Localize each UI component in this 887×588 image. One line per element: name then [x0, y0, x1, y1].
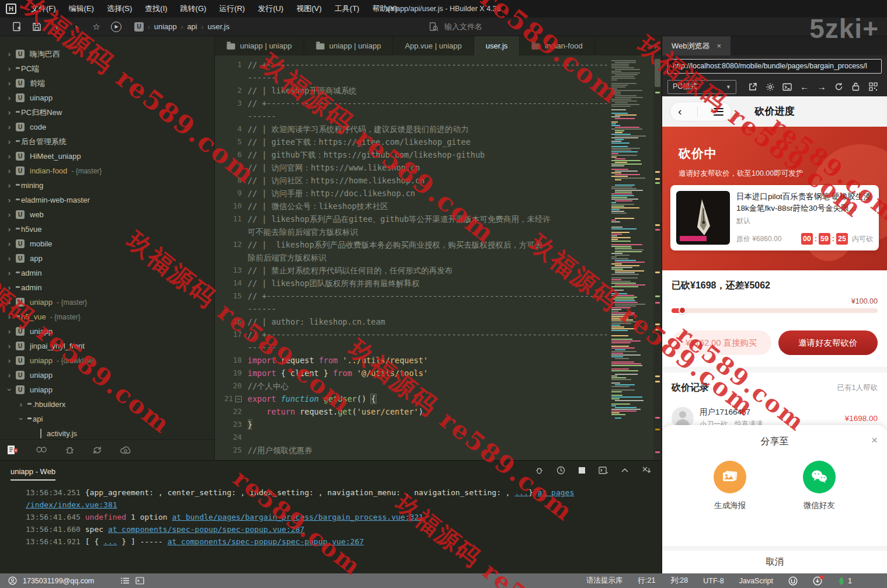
- project-manager-icon[interactable]: [7, 445, 18, 455]
- chevron-icon[interactable]: ›: [5, 327, 14, 336]
- chevron-icon[interactable]: ›: [5, 356, 14, 365]
- menu-item[interactable]: 视图(V): [290, 0, 328, 18]
- tree-item[interactable]: ›PC归档New: [0, 105, 214, 120]
- menu-item[interactable]: 发行(U): [251, 0, 290, 18]
- sync-icon[interactable]: [92, 446, 103, 455]
- close-tab-icon[interactable]: ×: [717, 41, 722, 50]
- tree-item[interactable]: ›.hbuilderx: [0, 397, 214, 412]
- cloud-icon[interactable]: [120, 446, 131, 454]
- console-link[interactable]: at pages: [538, 488, 575, 497]
- cursor-line[interactable]: 行:21: [638, 576, 655, 586]
- scrollbar-thumb[interactable]: [655, 59, 660, 87]
- chevron-icon[interactable]: ›: [5, 385, 14, 395]
- tree-item[interactable]: ›Uuniapp: [0, 324, 214, 339]
- language-mode[interactable]: JavaScript: [739, 577, 773, 585]
- console-link[interactable]: ...: [514, 488, 528, 497]
- tab-scroll-arrows[interactable]: ‹›: [645, 36, 662, 55]
- tree-item[interactable]: ›Uapp: [0, 251, 214, 266]
- qrcode-icon[interactable]: [865, 82, 882, 91]
- update-download-icon[interactable]: [813, 576, 822, 586]
- tree-item[interactable]: ›U嗨淘巴西: [0, 47, 214, 61]
- console-link[interactable]: ...: [103, 537, 117, 546]
- tree-item[interactable]: ›Uuinapp: [0, 91, 214, 105]
- chevron-icon[interactable]: ›: [5, 312, 14, 321]
- tree-item[interactable]: ›eladmin-web-master: [0, 193, 214, 207]
- star-icon[interactable]: ☆: [86, 19, 106, 34]
- console-icon[interactable]: [779, 83, 796, 91]
- chevron-icon[interactable]: ›: [16, 400, 26, 409]
- chevron-icon[interactable]: ›: [5, 166, 14, 175]
- chevron-icon[interactable]: ›: [5, 108, 14, 117]
- chevron-icon[interactable]: ›: [5, 283, 14, 292]
- tree-item[interactable]: ›admin: [0, 280, 214, 295]
- chevron-icon[interactable]: ›: [5, 64, 14, 73]
- chevron-icon[interactable]: ›: [5, 123, 14, 131]
- minimap[interactable]: [610, 55, 653, 460]
- browser-tab[interactable]: Web浏览器 ×: [662, 36, 731, 55]
- chevron-icon[interactable]: ›: [5, 50, 14, 58]
- breadcrumb-project[interactable]: uniapp: [154, 22, 177, 31]
- chevron-icon[interactable]: ›: [5, 79, 14, 88]
- tree-item[interactable]: ›Uuniapp- {master}: [0, 295, 214, 309]
- console-link[interactable]: at components/spec-popup/spec-popup.vue:…: [168, 537, 364, 546]
- tree-item[interactable]: ›api: [0, 412, 214, 426]
- outline-list-icon[interactable]: [121, 577, 130, 584]
- menu-item[interactable]: 查找(I): [138, 0, 173, 18]
- nav-forward-icon[interactable]: →: [813, 82, 830, 92]
- debug-icon[interactable]: [65, 445, 75, 455]
- refresh-icon[interactable]: [830, 82, 847, 91]
- new-file-icon[interactable]: [7, 19, 27, 34]
- chevron-icon[interactable]: ›: [5, 181, 14, 190]
- file-search[interactable]: 输入文件名: [429, 22, 482, 32]
- console-link[interactable]: at bundle/pages/bargain_process/bargain_…: [172, 513, 423, 521]
- menu-item[interactable]: 工具(T): [328, 0, 366, 18]
- tree-item[interactable]: ›Uuniapp: [0, 382, 214, 397]
- clear-console-icon[interactable]: [642, 466, 651, 476]
- invite-friends-button[interactable]: 邀请好友帮砍价: [778, 330, 878, 355]
- tree-item[interactable]: ›Ujinpai_yhyl_front: [0, 339, 214, 353]
- syntax-lib[interactable]: 语法提示库: [586, 576, 623, 586]
- chevron-icon[interactable]: ›: [5, 342, 14, 350]
- chevron-icon[interactable]: ›: [17, 415, 26, 424]
- chevron-icon[interactable]: ›: [5, 371, 14, 380]
- chevron-icon[interactable]: ›: [5, 152, 14, 161]
- chevron-icon[interactable]: ›: [5, 254, 14, 263]
- nav-back-icon[interactable]: ←: [796, 82, 813, 92]
- chevron-icon[interactable]: ›: [5, 239, 14, 248]
- tree-item[interactable]: ›U前端: [0, 76, 214, 91]
- buy-now-button[interactable]: ¥5162.00 直接购买: [672, 330, 771, 355]
- tree-item[interactable]: ›Umobile: [0, 236, 214, 251]
- new-terminal-icon[interactable]: [599, 466, 608, 477]
- menu-item[interactable]: 编辑(E): [62, 0, 100, 18]
- overview-ruler[interactable]: [653, 55, 662, 460]
- editor-tab[interactable]: uniapp | uniapp: [215, 36, 304, 55]
- breadcrumb-file[interactable]: user.js: [207, 22, 229, 31]
- stop-icon[interactable]: [578, 466, 586, 476]
- tree-item[interactable]: ›Ucode: [0, 120, 214, 134]
- tree-item[interactable]: ›Uuniapp: [0, 368, 214, 382]
- console-link[interactable]: /index/index.vue:381: [26, 500, 117, 509]
- menu-item[interactable]: 运行(R): [213, 0, 251, 18]
- debug-console-icon[interactable]: [535, 466, 544, 477]
- tree-item[interactable]: ›后台管理系统: [0, 134, 214, 149]
- timer-icon[interactable]: [556, 466, 565, 477]
- terminal-icon[interactable]: [135, 577, 144, 584]
- open-external-icon[interactable]: [745, 82, 761, 91]
- settings-gear-icon[interactable]: [761, 82, 778, 92]
- editor-tab[interactable]: indian-food: [520, 36, 594, 55]
- product-card[interactable]: 日本进口pilot百乐贵客钢笔 硬橡胶生漆18k金笔fkv-88sr莳绘30号金…: [670, 185, 879, 250]
- close-icon[interactable]: ×: [871, 434, 878, 446]
- uni-icon[interactable]: [788, 576, 798, 586]
- breadcrumb-folder[interactable]: api: [187, 22, 197, 31]
- back-icon[interactable]: ‹: [678, 105, 681, 118]
- chevron-icon[interactable]: ›: [5, 269, 14, 277]
- collapse-panel-icon[interactable]: [621, 466, 629, 476]
- tree-item[interactable]: ›mining: [0, 178, 214, 193]
- editor-tab[interactable]: App.vue | uniapp: [393, 36, 474, 55]
- editor-tab[interactable]: uniapp | uniapp: [304, 36, 394, 55]
- menu-item[interactable]: 跳转(G): [174, 0, 213, 18]
- console-tab[interactable]: uniapp - Web: [11, 467, 55, 481]
- notification-tree-icon[interactable]: 1: [837, 576, 852, 586]
- code-area[interactable]: 1// +-----------------------------------…: [215, 55, 608, 460]
- url-input[interactable]: http://localhost:8080/mobile/bundle/page…: [667, 59, 882, 74]
